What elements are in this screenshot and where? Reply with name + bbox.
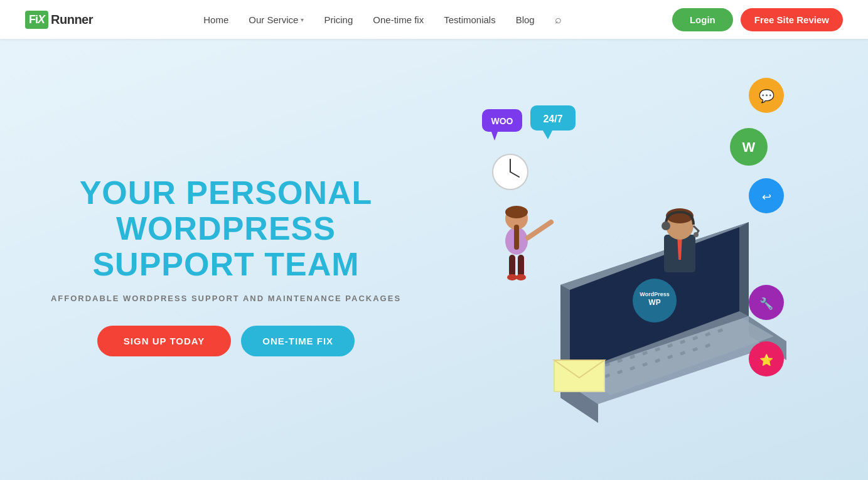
- svg-rect-53: [518, 255, 524, 277]
- svg-text:⭐: ⭐: [759, 353, 774, 367]
- nav-one-time-fix[interactable]: One-time fix: [373, 14, 424, 25]
- site-header: FiX Runner Home Our Service ▾ Pricing On…: [0, 0, 868, 39]
- free-site-review-button[interactable]: Free Site Review: [741, 8, 843, 31]
- one-time-fix-button[interactable]: ONE-TIME FIX: [241, 326, 355, 356]
- search-icon[interactable]: ⌕: [555, 13, 562, 26]
- hero-content: YOUR PERSONAL WORDPRESS SUPPORT TEAM AFF…: [50, 163, 402, 357]
- svg-text:W: W: [742, 139, 756, 155]
- svg-text:WordPress: WordPress: [640, 291, 669, 297]
- svg-marker-66: [543, 131, 552, 139]
- svg-text:WOO: WOO: [491, 116, 513, 126]
- svg-point-55: [516, 274, 526, 280]
- logo[interactable]: FiX Runner: [25, 11, 93, 29]
- svg-point-60: [662, 221, 670, 230]
- svg-line-51: [528, 222, 551, 238]
- svg-text:💬: 💬: [759, 88, 774, 104]
- chevron-down-icon: ▾: [301, 16, 304, 23]
- logo-text: Runner: [51, 13, 93, 27]
- hero-illustration: WordPress WP: [429, 78, 818, 442]
- svg-text:24/7: 24/7: [543, 114, 562, 124]
- svg-text:↩: ↩: [762, 191, 771, 203]
- hero-section: YOUR PERSONAL WORDPRESS SUPPORT TEAM AFF…: [0, 39, 868, 480]
- hero-subtitle: AFFORDABLE WORDPRESS SUPPORT AND MAINTEN…: [50, 294, 402, 303]
- svg-point-61: [694, 232, 699, 237]
- signup-button[interactable]: SIGN UP TODAY: [97, 326, 231, 356]
- hero-cta-group: SIGN UP TODAY ONE-TIME FIX: [50, 326, 402, 356]
- svg-point-49: [505, 206, 528, 218]
- svg-marker-41: [739, 222, 749, 316]
- svg-point-54: [507, 274, 517, 280]
- hero-title: YOUR PERSONAL WORDPRESS SUPPORT TEAM: [50, 175, 402, 283]
- svg-text:WP: WP: [648, 298, 660, 307]
- header-cta-group: Login Free Site Review: [672, 8, 843, 31]
- nav-pricing[interactable]: Pricing: [324, 14, 353, 25]
- nav-testimonials[interactable]: Testimonials: [444, 14, 496, 25]
- main-nav: Home Our Service ▾ Pricing One-time fix …: [203, 13, 562, 26]
- svg-rect-52: [509, 255, 515, 277]
- svg-marker-63: [491, 132, 498, 141]
- login-button[interactable]: Login: [672, 8, 733, 31]
- logo-box: FiX: [25, 11, 48, 29]
- nav-blog[interactable]: Blog: [516, 14, 535, 25]
- svg-text:🔧: 🔧: [759, 297, 774, 311]
- svg-rect-50: [514, 225, 519, 250]
- nav-our-service[interactable]: Our Service ▾: [249, 14, 304, 25]
- illustration-svg: WordPress WP: [429, 78, 818, 442]
- nav-home[interactable]: Home: [203, 14, 228, 25]
